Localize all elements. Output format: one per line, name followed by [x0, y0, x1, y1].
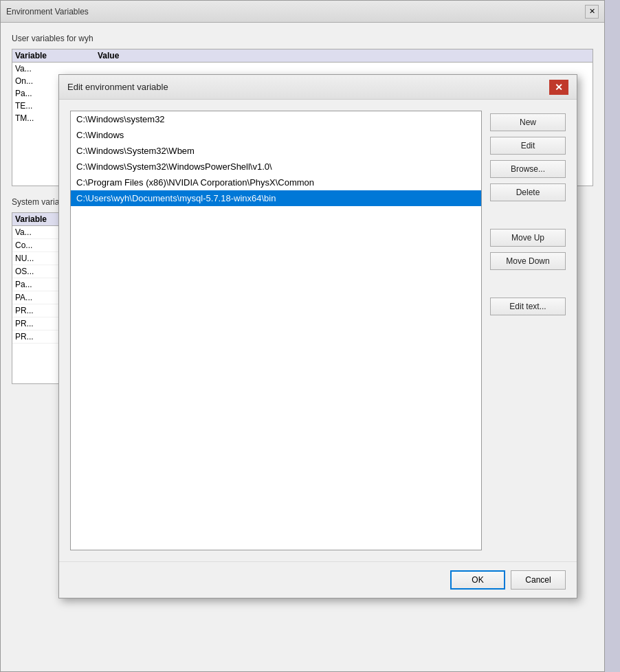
browse-button[interactable]: Browse...: [490, 160, 566, 178]
dialog-title: Edit environment variable: [67, 82, 168, 92]
user-var-row-1: Va...: [12, 63, 593, 75]
button-spacer-2: [490, 276, 566, 292]
path-listbox[interactable]: C:\Windows\system32 C:\Windows C:\Window…: [70, 111, 482, 550]
move-up-button[interactable]: Move Up: [490, 229, 566, 247]
dialog-body: C:\Windows\system32 C:\Windows C:\Window…: [59, 100, 577, 561]
list-item-2[interactable]: C:\Windows: [71, 127, 481, 143]
ok-button[interactable]: OK: [450, 570, 505, 590]
dialog-footer: OK Cancel: [59, 561, 577, 598]
list-item-5[interactable]: C:\Program Files (x86)\NVIDIA Corporatio…: [71, 175, 481, 190]
dialog-titlebar: Edit environment variable ✕: [59, 75, 577, 100]
new-button[interactable]: New: [490, 113, 566, 131]
dialog-close-button[interactable]: ✕: [549, 80, 568, 95]
col-variable-header: Variable: [15, 51, 98, 60]
env-vars-titlebar: Environment Variables ✕: [1, 1, 604, 23]
cancel-button[interactable]: Cancel: [511, 570, 566, 590]
col-value-header: Value: [98, 51, 590, 60]
list-item-6[interactable]: C:\Users\wyh\Documents\mysql-5.7.18-winx…: [71, 190, 481, 206]
list-item-3[interactable]: C:\Windows\System32\Wbem: [71, 143, 481, 159]
delete-button[interactable]: Delete: [490, 183, 566, 201]
list-item-4[interactable]: C:\Windows\System32\WindowsPowerShell\v1…: [71, 159, 481, 175]
edit-env-var-dialog: Edit environment variable ✕ C:\Windows\s…: [58, 74, 577, 598]
user-section-title: User variables for wyh: [12, 34, 593, 43]
user-vars-header: Variable Value: [12, 49, 593, 63]
env-vars-close-icon[interactable]: ✕: [585, 5, 599, 19]
list-item-1[interactable]: C:\Windows\system32: [71, 111, 481, 127]
edit-text-button[interactable]: Edit text...: [490, 298, 566, 315]
move-down-button[interactable]: Move Down: [490, 252, 566, 270]
button-spacer-1: [490, 207, 566, 223]
button-panel: New Edit Browse... Delete Move Up Move D…: [490, 111, 566, 550]
env-vars-bg-title: Environment Variables: [6, 7, 89, 16]
edit-button[interactable]: Edit: [490, 137, 566, 155]
